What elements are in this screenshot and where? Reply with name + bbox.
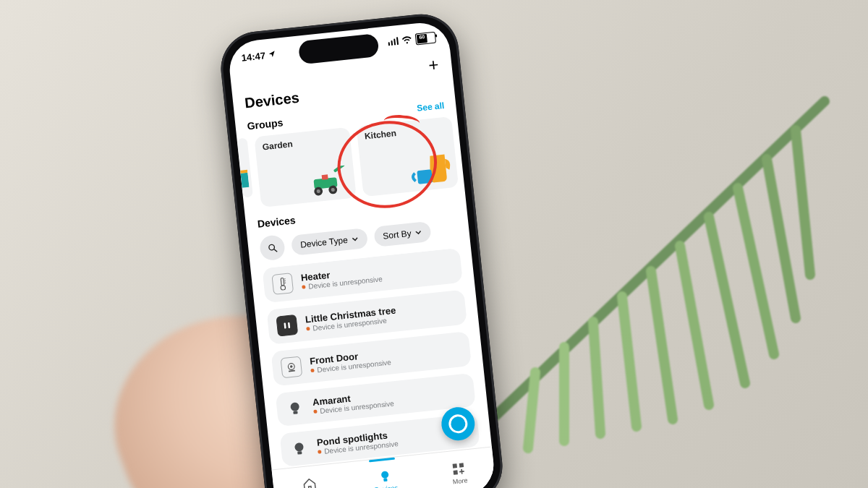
svg-rect-27 [383, 478, 387, 481]
svg-rect-12 [281, 278, 284, 286]
svg-rect-21 [289, 370, 295, 372]
add-button[interactable]: + [427, 56, 439, 74]
pitcher-mug-icon [407, 150, 456, 189]
svg-rect-8 [322, 174, 328, 180]
chevron-down-icon [414, 228, 422, 236]
grid-plus-icon [451, 461, 467, 476]
bulb-icon [289, 438, 310, 459]
svg-point-20 [290, 365, 293, 368]
svg-rect-17 [284, 322, 286, 328]
svg-point-22 [290, 402, 299, 411]
plug-icon [276, 314, 298, 337]
svg-line-11 [274, 249, 277, 252]
svg-rect-25 [297, 451, 302, 455]
status-time: 14:47 [241, 48, 276, 63]
svg-rect-0 [237, 173, 249, 188]
svg-point-26 [380, 471, 388, 479]
home-icon [302, 476, 318, 488]
phone-screen: 14:47 60 + Devices Groups See all [227, 20, 497, 488]
alexa-ring-icon [448, 414, 469, 435]
tab-more[interactable]: More [451, 461, 468, 485]
group-card-garden[interactable]: Garden [254, 127, 357, 207]
bulb-icon [377, 468, 393, 484]
svg-rect-30 [454, 470, 458, 474]
thermometer-icon [271, 273, 294, 295]
svg-point-24 [294, 442, 304, 452]
svg-rect-28 [453, 463, 457, 468]
svg-rect-23 [293, 411, 297, 414]
group-label: Garden [262, 139, 293, 152]
group-card-kitchen[interactable]: Kitchen [357, 116, 459, 197]
filter-sort-by[interactable]: Sort By [373, 221, 432, 247]
camera-icon [280, 356, 302, 379]
search-icon [266, 242, 278, 254]
filter-device-type[interactable]: Device Type [291, 228, 368, 256]
svg-rect-18 [288, 322, 290, 328]
location-icon [268, 49, 276, 58]
group-card-peek[interactable] [237, 138, 252, 198]
cell-signal-icon [386, 36, 399, 48]
search-button[interactable] [259, 234, 286, 261]
phone-frame: 14:47 60 + Devices Groups See all [217, 11, 506, 488]
wifi-icon [401, 35, 412, 46]
chevron-down-icon [351, 235, 359, 243]
lawnmower-icon [301, 165, 353, 200]
svg-rect-3 [333, 165, 345, 173]
tab-devices[interactable]: Devices [373, 468, 398, 488]
svg-rect-9 [417, 169, 433, 184]
group-card-peek[interactable]: Little [459, 111, 465, 186]
svg-rect-29 [459, 463, 464, 467]
tab-home[interactable]: Home [300, 476, 320, 488]
battery-icon: 60 [415, 32, 437, 46]
svg-point-10 [268, 244, 274, 250]
group-label: Kitchen [364, 128, 396, 142]
bulb-icon [285, 398, 306, 419]
